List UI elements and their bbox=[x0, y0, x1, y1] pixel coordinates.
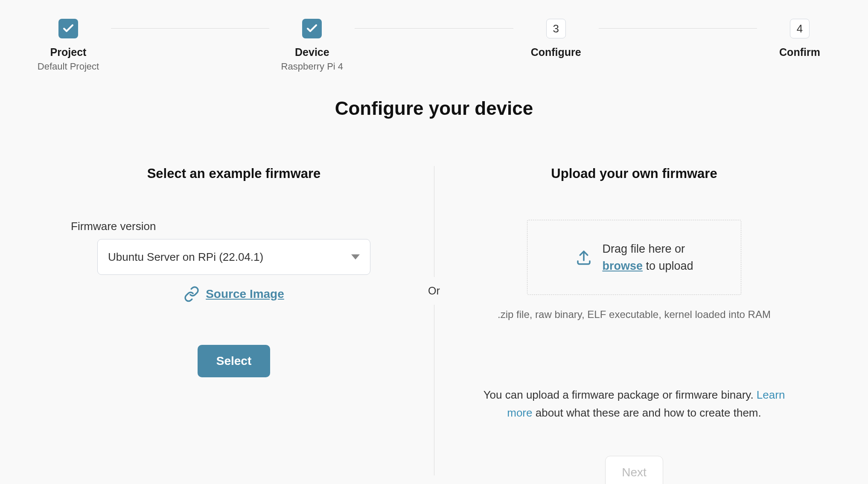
stepper-connector bbox=[599, 28, 757, 29]
step-title: Confirm bbox=[779, 46, 820, 58]
step-confirm[interactable]: 4 Confirm bbox=[766, 19, 834, 61]
file-dropzone[interactable]: Drag file here or browse to upload bbox=[527, 220, 741, 295]
stepper-connector bbox=[355, 28, 513, 29]
drop-prefix: Drag file here or bbox=[602, 242, 685, 255]
select-button[interactable]: Select bbox=[198, 345, 271, 377]
step-number: 3 bbox=[546, 19, 566, 38]
drop-suffix: to upload bbox=[643, 259, 693, 272]
step-project[interactable]: Project Default Project bbox=[34, 19, 102, 72]
divider-line bbox=[434, 305, 434, 475]
source-image-link[interactable]: Source Image bbox=[206, 287, 284, 301]
link-icon bbox=[184, 286, 200, 302]
info-suffix: about what these are and how to create t… bbox=[533, 406, 761, 419]
step-subtitle: Raspberry Pi 4 bbox=[281, 61, 344, 72]
upload-icon bbox=[575, 248, 593, 266]
step-configure[interactable]: 3 Configure bbox=[522, 19, 590, 61]
check-icon bbox=[58, 19, 78, 38]
divider-line bbox=[434, 166, 434, 277]
step-title: Device bbox=[295, 46, 329, 58]
info-prefix: You can upload a firmware package or fir… bbox=[484, 388, 757, 401]
upload-firmware-heading: Upload your own firmware bbox=[469, 166, 800, 181]
example-firmware-column: Select an example firmware Firmware vers… bbox=[34, 166, 434, 484]
main-columns: Select an example firmware Firmware vers… bbox=[0, 166, 868, 484]
stepper: Project Default Project Device Raspberry… bbox=[0, 0, 868, 72]
source-image-row: Source Image bbox=[68, 286, 399, 302]
page-title: Configure your device bbox=[0, 98, 868, 119]
step-title: Project bbox=[50, 46, 87, 58]
upload-hint: .zip file, raw binary, ELF executable, k… bbox=[469, 307, 800, 322]
stepper-connector bbox=[111, 28, 269, 29]
next-button[interactable]: Next bbox=[605, 456, 663, 484]
step-number: 4 bbox=[790, 19, 810, 38]
check-icon bbox=[302, 19, 322, 38]
firmware-version-value: Ubuntu Server on RPi (22.04.1) bbox=[108, 251, 263, 264]
firmware-version-label: Firmware version bbox=[68, 220, 399, 233]
column-divider: Or bbox=[434, 166, 434, 484]
upload-info: You can upload a firmware package or fir… bbox=[469, 386, 800, 422]
chevron-down-icon bbox=[351, 254, 360, 259]
firmware-version-select[interactable]: Ubuntu Server on RPi (22.04.1) bbox=[97, 239, 370, 275]
upload-firmware-column: Upload your own firmware Drag file here … bbox=[434, 166, 834, 484]
dropzone-text: Drag file here or browse to upload bbox=[602, 240, 693, 275]
step-subtitle: Default Project bbox=[38, 61, 99, 72]
browse-link[interactable]: browse bbox=[602, 259, 643, 272]
example-firmware-heading: Select an example firmware bbox=[68, 166, 399, 181]
step-title: Configure bbox=[531, 46, 581, 58]
or-label: Or bbox=[428, 277, 440, 305]
step-device[interactable]: Device Raspberry Pi 4 bbox=[278, 19, 346, 72]
